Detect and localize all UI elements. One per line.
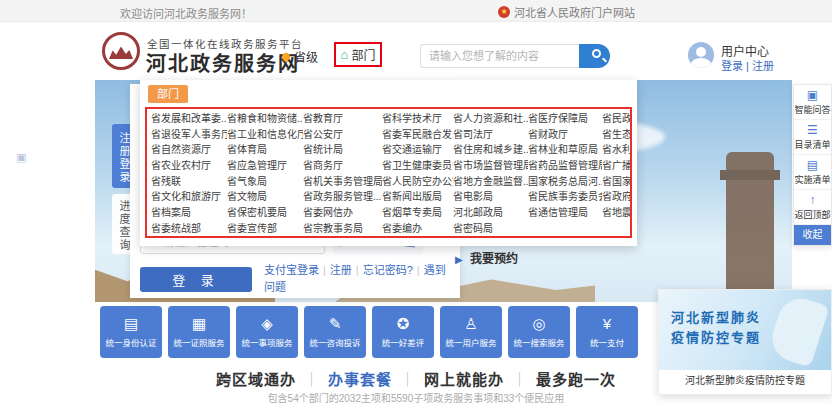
register-link[interactable]: 注册 — [330, 264, 352, 276]
login-register-link[interactable]: 登录 | 注册 — [721, 57, 774, 73]
department-link[interactable]: 省工业和信息化厅 — [227, 127, 303, 143]
department-link[interactable]: 省广播电视局 — [602, 158, 630, 174]
department-link[interactable]: 省通信管理局 — [528, 205, 602, 221]
service-tile[interactable]: ◈ 统一事项服务 — [236, 306, 298, 358]
pay-icon: ¥ — [603, 316, 611, 332]
home-icon: ⌂ — [341, 48, 349, 61]
department-link[interactable]: 省新闻出版局 — [382, 189, 453, 205]
department-link[interactable]: 省保密机要局 — [227, 205, 303, 221]
department-link[interactable]: 省应急管理厅 — [227, 158, 303, 174]
department-link[interactable]: 省电影局 — [453, 189, 528, 205]
department-link[interactable]: 省财政厅 — [528, 127, 602, 143]
department-link[interactable]: 省人力资源和社... — [453, 111, 528, 127]
nav-department[interactable]: ⌂ 部门 — [334, 42, 382, 67]
slogan-separator: ｜ — [304, 371, 320, 388]
department-link[interactable]: 省地方金融监督... — [453, 174, 528, 190]
department-link[interactable]: 省公安厅 — [303, 127, 382, 143]
service-tile[interactable]: ✪ 统一好差评 — [372, 306, 434, 358]
department-link[interactable]: 省国家安全厅 — [602, 174, 630, 190]
department-link[interactable]: 省地震局 — [602, 205, 630, 221]
toolbar-item[interactable]: ↑ 返回顶部 — [794, 190, 831, 225]
nav-province-level[interactable]: 省级 — [282, 48, 318, 65]
department-link[interactable]: 省烟草专卖局 — [382, 205, 453, 221]
search-button[interactable] — [579, 44, 610, 68]
login-button[interactable]: 登 录 — [140, 267, 252, 292]
department-link[interactable]: 省交通运输厅 — [382, 142, 453, 158]
department-link[interactable]: 省自然资源厅 — [151, 142, 227, 158]
search-icon — [592, 49, 601, 58]
department-link[interactable]: 省文化和旅游厅 — [151, 189, 227, 205]
department-link[interactable]: 省卫生健康委员会 — [382, 158, 453, 174]
department-link[interactable]: 省机关事务管理局 — [303, 174, 382, 190]
department-link[interactable]: 省农业农村厅 — [151, 158, 227, 174]
department-link[interactable]: 省药品监督管理局 — [528, 158, 602, 174]
department-link[interactable]: 国家税务总局河... — [528, 174, 602, 190]
department-link[interactable]: 河北邮政局 — [453, 205, 528, 221]
service-tile[interactable]: ▦ 统一证照服务 — [168, 306, 230, 358]
user-icon: ♙ — [464, 316, 477, 332]
department-link[interactable]: 省政务服务管理... — [303, 189, 382, 205]
department-link[interactable]: 省宗教事务局 — [303, 221, 382, 237]
department-link[interactable]: 省生态环境厅 — [602, 127, 630, 143]
department-link[interactable]: 省民政厅 — [602, 111, 630, 127]
slogan-service-package[interactable]: 办事套餐 — [328, 371, 392, 388]
department-link[interactable]: 省文物局 — [227, 189, 303, 205]
service-tile[interactable]: ♙ 统一用户服务 — [440, 306, 502, 358]
back-to-top-icon: ↑ — [810, 194, 816, 207]
department-link[interactable]: 省发展和改革委... — [151, 111, 227, 127]
list-icon: ☰ — [807, 124, 818, 137]
department-link[interactable]: 省水利厅 — [602, 142, 630, 158]
site-logo — [102, 32, 140, 70]
department-link[interactable]: 省教育厅 — [303, 111, 382, 127]
department-link[interactable]: 省残联 — [151, 174, 227, 190]
shield-icon: ✪ — [397, 316, 410, 332]
department-link[interactable]: 省密码局 — [453, 221, 528, 237]
reserve-entry[interactable]: ▶ 我要预约 — [455, 249, 518, 266]
department-link[interactable]: 省委统战部 — [151, 221, 227, 237]
department-link[interactable]: 省体育局 — [227, 142, 303, 158]
department-link[interactable]: 省商务厅 — [303, 158, 382, 174]
login-actions: 登 录 支付宝登录|注册|忘记密码?|遇到问题 — [140, 262, 456, 296]
department-link[interactable]: 省气象局 — [227, 174, 303, 190]
slogan-online[interactable]: 网上就能办 — [424, 371, 504, 388]
department-link[interactable]: 省委网信办 — [303, 205, 382, 221]
tab-register-login[interactable]: 注册登录 — [112, 124, 132, 188]
department-link[interactable]: 省民族事务委员会 — [528, 189, 602, 205]
service-tile[interactable]: ▤ 统一身份认证 — [100, 306, 162, 358]
department-link[interactable]: 省医疗保障局 — [528, 111, 602, 127]
gov-portal-link[interactable]: ★ 河北省人民政府门户网站 — [498, 4, 635, 20]
department-link[interactable]: 省退役军人事务厅 — [151, 127, 227, 143]
service-tile[interactable]: ◎ 统一搜索服务 — [508, 306, 570, 358]
forgot-password-link[interactable]: 忘记密码? — [363, 264, 413, 276]
national-emblem-icon: ★ — [498, 6, 510, 18]
popup-title: 河北新型肺炎 疫情防控专题 — [671, 308, 761, 348]
department-link[interactable]: 省司法厅 — [453, 127, 528, 143]
service-tile[interactable]: ✎ 统一咨询投诉 — [304, 306, 366, 358]
department-link[interactable]: 省委宣传部 — [227, 221, 303, 237]
department-link[interactable]: 省政府侨务办公室 — [602, 189, 630, 205]
department-link[interactable]: 省统计局 — [303, 142, 382, 158]
toolbar-item[interactable]: ▤ 实施清单 — [794, 155, 831, 190]
tab-progress-query[interactable]: 进度查询 — [112, 194, 132, 254]
department-link[interactable]: 省科学技术厅 — [382, 111, 453, 127]
department-link[interactable]: 省人民防空办公室 — [382, 174, 453, 190]
department-link[interactable]: 省档案局 — [151, 205, 227, 221]
user-avatar[interactable] — [688, 42, 714, 68]
department-link[interactable]: 省委军民融合发... — [382, 127, 453, 143]
department-link[interactable]: 省林业和草原局 — [528, 142, 602, 158]
slogan-cross-region[interactable]: 跨区域通办 — [216, 371, 296, 388]
service-tile[interactable]: ¥ 统一支付 — [576, 306, 638, 358]
alipay-login-link[interactable]: 支付宝登录 — [264, 264, 319, 276]
department-link[interactable]: 省委编办 — [382, 221, 453, 237]
toolbar-item[interactable]: ▣ 智能问答 — [794, 85, 831, 120]
department-tab[interactable]: 部门 — [148, 85, 188, 103]
department-link[interactable]: 省市场监督管理局 — [453, 158, 528, 174]
document-icon: ▤ — [807, 159, 818, 172]
collapse-button[interactable]: 收起 — [794, 225, 831, 245]
location-pin-icon — [280, 51, 291, 62]
department-link[interactable]: 省住房和城乡建... — [453, 142, 528, 158]
search-input[interactable] — [420, 44, 579, 68]
slogan-one-trip[interactable]: 最多跑一次 — [536, 371, 616, 388]
toolbar-item[interactable]: ☰ 目录清单 — [794, 120, 831, 155]
department-link[interactable]: 省粮食和物资储... — [227, 111, 303, 127]
